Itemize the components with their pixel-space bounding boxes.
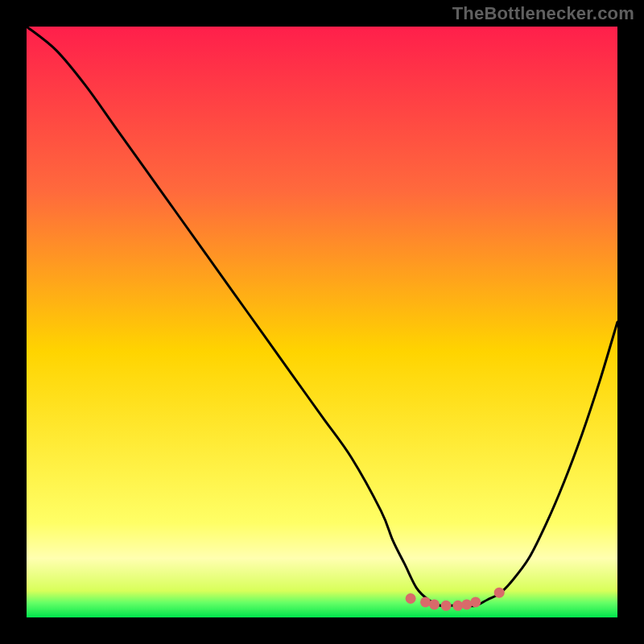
bottleneck-chart — [27, 27, 617, 617]
optimal-dot — [441, 601, 452, 611]
optimal-dot — [470, 597, 481, 607]
optimal-dot — [452, 601, 463, 611]
gradient-background — [27, 27, 617, 617]
watermark-text: TheBottlenecker.com — [452, 3, 634, 24]
optimal-dot — [494, 588, 505, 598]
optimal-dot — [461, 599, 472, 609]
optimal-dot — [420, 597, 431, 607]
optimal-dot — [429, 599, 440, 609]
chart-frame: TheBottlenecker.com — [0, 0, 644, 644]
optimal-dot — [406, 593, 416, 604]
